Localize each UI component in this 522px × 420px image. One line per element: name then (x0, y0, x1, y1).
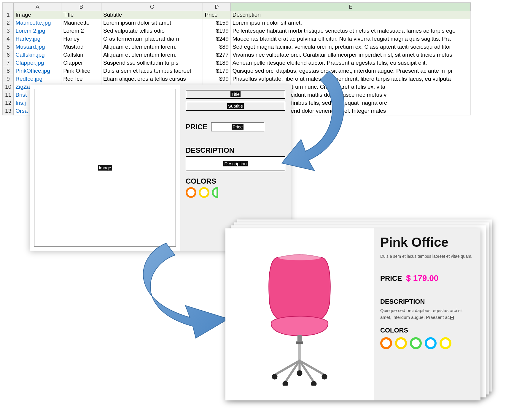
row-header[interactable]: 6 (3, 51, 14, 59)
color-swatch (199, 187, 209, 198)
row-header[interactable]: 9 (3, 75, 14, 83)
cell-price[interactable]: $189 (203, 59, 230, 67)
output-card: Pink Office Duis a sem et lacus tempus l… (225, 228, 480, 400)
output-desc-text: Quisque sed orci dapibus, egestas orci s… (380, 307, 474, 321)
cell-image[interactable]: Clapper.jpg (14, 59, 61, 67)
svg-rect-1 (297, 335, 302, 342)
header-cell-price[interactable]: Price (203, 11, 230, 19)
template-colors-label: COLORS (186, 177, 285, 185)
arrow-template-to-output (130, 237, 237, 333)
product-image (225, 228, 374, 400)
cell-image[interactable]: Mustard.jpg (14, 43, 61, 51)
cell-subtitle[interactable]: Duis a sem et lacus tempus laoreet (101, 67, 203, 75)
header-cell-subtitle[interactable]: Subtitle (101, 11, 203, 19)
cell-subtitle[interactable]: Sed vulputate tellus odio (101, 27, 203, 35)
row-header[interactable]: 8 (3, 67, 14, 75)
color-swatch[interactable] (440, 337, 451, 349)
col-header-d[interactable]: D (203, 3, 230, 11)
color-swatch[interactable] (410, 337, 422, 349)
svg-rect-3 (298, 344, 301, 362)
row-header[interactable]: 10 (3, 83, 14, 91)
cell-price[interactable]: $199 (203, 27, 230, 35)
col-header-e[interactable]: E (230, 3, 470, 11)
title-tag: Title (230, 91, 241, 97)
cell-description[interactable]: Pellentesque habitant morbi tristique se… (230, 27, 470, 35)
output-card-stack: Pink Office Duis a sem et lacus tempus l… (225, 219, 492, 400)
cell-price[interactable]: $159 (203, 19, 230, 27)
cell-price[interactable]: $179 (203, 67, 230, 75)
price-tag: Price (232, 124, 244, 130)
output-swatches (380, 337, 474, 349)
cell-price[interactable]: $249 (203, 35, 230, 43)
cell-title[interactable]: Red Ice (61, 75, 101, 83)
cell-price[interactable]: $277 (203, 51, 230, 59)
row-header[interactable]: 2 (3, 19, 14, 27)
template-swatches (186, 187, 285, 198)
cell-title[interactable]: Mustard (61, 43, 101, 51)
row-header[interactable]: 7 (3, 59, 14, 67)
color-swatch[interactable] (380, 337, 392, 349)
cell-image[interactable]: PinkOffice.jpg (14, 67, 61, 75)
color-swatch (212, 187, 218, 198)
output-price-value: $ 179.00 (406, 273, 438, 283)
cell-description[interactable]: Maecenas blandit erat ac pulvinar effici… (230, 35, 470, 43)
cell-subtitle[interactable]: Suspendisse sollicitudin turpis (101, 59, 203, 67)
cell-subtitle[interactable]: Aliquam et elementum lorem. (101, 43, 203, 51)
template-desc-label: DESCRIPTION (186, 146, 285, 155)
cell-subtitle[interactable]: Etiam aliquet eros a tellus cursus (101, 75, 203, 83)
row-header[interactable]: 12 (3, 99, 14, 107)
output-price-label: PRICE (380, 274, 402, 283)
svg-point-9 (272, 374, 277, 379)
cell-price[interactable]: $99 (203, 75, 230, 83)
desc-tag: Description (223, 161, 247, 166)
header-cell-description[interactable]: Description (230, 11, 470, 19)
cell-image[interactable]: RedIce.jpg (14, 75, 61, 83)
cell-title[interactable]: Clapper (61, 59, 101, 67)
cell-title[interactable]: Calfskin (61, 51, 101, 59)
row-header[interactable]: 13 (3, 107, 14, 115)
color-swatch[interactable] (395, 337, 407, 349)
row-header[interactable]: 11 (3, 91, 14, 99)
color-swatch[interactable] (425, 337, 437, 349)
cell-image[interactable]: Harley.jpg (14, 35, 61, 43)
header-cell-title[interactable]: Title (61, 11, 101, 19)
row-header[interactable]: 1 (3, 11, 14, 19)
col-header-c[interactable]: C (101, 3, 203, 11)
cell-subtitle[interactable]: Cras fermentum placerat diam (101, 35, 203, 43)
cell-price[interactable]: $89 (203, 43, 230, 51)
output-title: Pink Office (380, 235, 474, 250)
cell-image[interactable]: Lorem 2.jpg (14, 27, 61, 35)
output-desc-label: DESCRIPTION (380, 298, 474, 306)
template-image-placeholder: Image (34, 89, 176, 246)
cell-description[interactable]: Lorem ipsum dolor sit amet. (230, 19, 470, 27)
cell-description[interactable]: Sed eget magna lacinia, vehicula orci in… (230, 43, 470, 51)
header-cell-image[interactable]: Image (14, 11, 61, 19)
template-title-field: Title (186, 90, 285, 99)
cell-title[interactable]: Lorem 2 (61, 27, 101, 35)
cell-image[interactable]: Calfskin.jpg (14, 51, 61, 59)
cell-title[interactable]: Harley (61, 35, 101, 43)
cell-image[interactable]: Mauricette.jpg (14, 19, 61, 27)
cell-title[interactable]: Pink Office (61, 67, 101, 75)
subtitle-tag: Subtitle (227, 103, 244, 109)
row-header[interactable]: 3 (3, 27, 14, 35)
col-header-b[interactable]: B (61, 3, 101, 11)
cell-subtitle[interactable]: Lorem ipsum dolor sit amet. (101, 19, 203, 27)
svg-point-10 (322, 374, 327, 379)
arrow-sheet-to-template (276, 65, 353, 179)
template-desc-field: Description (186, 156, 285, 171)
svg-point-13 (297, 370, 302, 376)
color-swatch (186, 187, 196, 198)
svg-point-0 (278, 254, 321, 260)
expand-icon[interactable]: + (450, 316, 454, 319)
row-header[interactable]: 4 (3, 35, 14, 43)
cell-description[interactable]: Vivamus nec vulputate orci. Curabitur ul… (230, 51, 470, 59)
svg-rect-2 (296, 341, 303, 344)
col-header-a[interactable]: A (14, 3, 61, 11)
cell-subtitle[interactable]: Aliquam et elementum lorem. (101, 51, 203, 59)
image-tag: Image (98, 165, 112, 171)
cell-title[interactable]: Mauricette (61, 19, 101, 27)
select-all-corner[interactable] (3, 3, 14, 11)
row-header[interactable]: 5 (3, 43, 14, 51)
svg-point-11 (282, 381, 288, 386)
